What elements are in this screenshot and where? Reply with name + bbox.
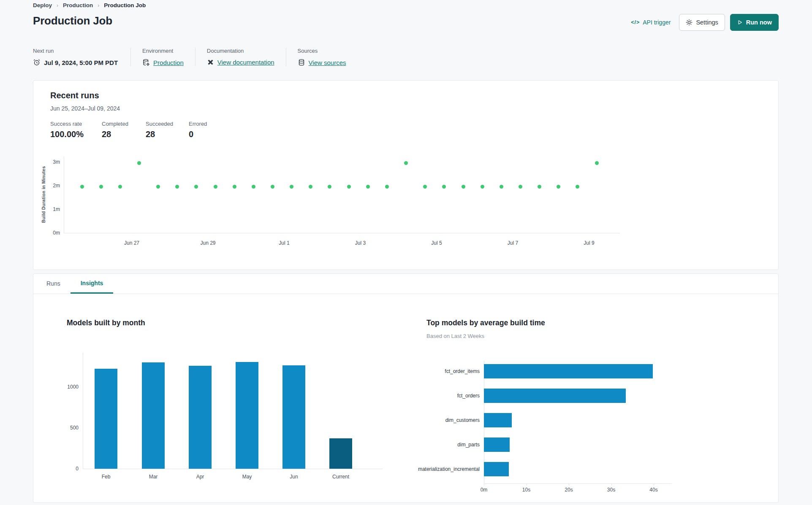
api-trigger-link[interactable]: </> API trigger: [631, 19, 671, 26]
run-dot[interactable]: [118, 185, 122, 189]
tab-bar: Runs Insights: [33, 274, 778, 294]
stat-completed: Completed 28: [102, 121, 146, 139]
run-dot[interactable]: [576, 185, 579, 189]
code-icon: </>: [631, 19, 640, 25]
next-run-group: Next run Jul 9, 2024, 5:00 PM PDT: [33, 48, 130, 66]
y-axis-label: Build Duration in Minutes: [41, 166, 46, 223]
stat-succeeded: Succeeded 28: [146, 121, 189, 139]
run-dot[interactable]: [252, 185, 255, 189]
build-duration-chart: Build Duration in Minutes0m1m2m3mJun 27J…: [33, 151, 778, 256]
tick-mark: [611, 483, 612, 486]
run-dot[interactable]: [290, 185, 293, 189]
settings-button[interactable]: Settings: [679, 14, 725, 31]
run-dot[interactable]: [347, 185, 351, 189]
header-actions: </> API trigger Settings Run now: [631, 14, 779, 31]
run-dot[interactable]: [500, 185, 503, 189]
sources-label: Sources: [298, 48, 346, 54]
date-tick-label: Jul 9: [584, 240, 594, 246]
top-models-chart: fct_order_itemsfct_ordersdim_customersdi…: [33, 294, 778, 503]
documentation-group: Documentation View documentation: [195, 48, 286, 66]
run-dot[interactable]: [156, 185, 160, 189]
x-axis-line: [484, 483, 672, 484]
duration-tick-label: 1m: [33, 206, 60, 212]
tick-mark: [654, 483, 654, 486]
run-dot[interactable]: [80, 185, 84, 189]
recent-runs-stats: Success rate 100.00% Completed 28 Succee…: [50, 121, 227, 139]
view-documentation-link[interactable]: View documentation: [217, 59, 274, 66]
next-run-label: Next run: [33, 48, 118, 54]
sources-group: Sources View sources: [286, 48, 358, 66]
production-job-page: Deploy › Production › Production Job Pro…: [0, 0, 812, 505]
chevron-right-icon: ›: [98, 3, 99, 8]
tick-mark: [484, 483, 484, 486]
view-sources-link[interactable]: View sources: [309, 59, 346, 66]
seconds-tick-label: 0m: [481, 487, 488, 493]
run-dot[interactable]: [99, 185, 103, 189]
duration-tick-label: 3m: [33, 159, 60, 165]
breadcrumb-deploy[interactable]: Deploy: [33, 2, 52, 8]
run-dot[interactable]: [214, 185, 217, 189]
date-tick-label: Jul 5: [431, 240, 442, 246]
run-dot[interactable]: [481, 185, 484, 189]
run-dot[interactable]: [462, 185, 465, 189]
bar-dim_parts[interactable]: [484, 437, 510, 452]
environment-label: Environment: [142, 48, 184, 54]
date-tick-label: Jul 3: [355, 240, 366, 246]
stat-success-rate: Success rate 100.00%: [50, 121, 102, 139]
bar-fct_orders[interactable]: [484, 389, 626, 403]
run-dot[interactable]: [404, 161, 408, 165]
breadcrumb: Deploy › Production › Production Job: [33, 2, 146, 8]
model-label: dim_customers: [370, 417, 480, 423]
run-dot[interactable]: [442, 185, 446, 189]
run-dot[interactable]: [194, 185, 198, 189]
documentation-label: Documentation: [207, 48, 274, 54]
x-axis-line: [64, 233, 620, 233]
chevron-right-icon: ›: [57, 3, 58, 8]
run-dot[interactable]: [366, 185, 370, 189]
run-dot[interactable]: [519, 185, 522, 189]
environment-link[interactable]: Production: [153, 59, 184, 66]
seconds-tick-label: 30s: [607, 487, 615, 493]
insights-card: Runs Insights Models built by month Top …: [33, 273, 779, 503]
job-info-row: Next run Jul 9, 2024, 5:00 PM PDT Enviro…: [33, 48, 358, 66]
gear-icon: [686, 19, 693, 26]
bar-materialization_incremental[interactable]: [484, 462, 509, 476]
run-dot[interactable]: [557, 185, 560, 189]
duration-tick-label: 0m: [33, 230, 60, 236]
run-dot[interactable]: [137, 161, 141, 165]
date-tick-label: Jul 7: [508, 240, 518, 246]
insights-body: Models built by month Top models by aver…: [33, 294, 778, 503]
bar-fct_order_items[interactable]: [484, 364, 653, 378]
tab-runs[interactable]: Runs: [36, 274, 71, 294]
run-dot[interactable]: [538, 185, 541, 189]
play-icon: [737, 19, 743, 25]
tick-mark: [527, 483, 527, 486]
environment-group: Environment Production: [130, 48, 195, 66]
alarm-clock-icon: [33, 59, 41, 66]
breadcrumb-production[interactable]: Production: [63, 2, 93, 8]
run-dot[interactable]: [175, 185, 179, 189]
date-tick-label: Jul 1: [279, 240, 289, 246]
seconds-tick-label: 10s: [522, 487, 530, 493]
model-label: fct_orders: [370, 393, 480, 399]
run-dot[interactable]: [595, 161, 599, 165]
seconds-tick-label: 20s: [565, 487, 573, 493]
api-trigger-label: API trigger: [643, 19, 671, 26]
run-dot[interactable]: [385, 185, 389, 189]
date-tick-label: Jun 27: [124, 240, 139, 246]
database-icon: [298, 59, 305, 66]
bar-dim_customers[interactable]: [484, 413, 512, 427]
run-now-button[interactable]: Run now: [730, 14, 779, 31]
run-dot[interactable]: [233, 185, 236, 189]
breadcrumb-production-job: Production Job: [104, 2, 146, 8]
run-dot[interactable]: [309, 185, 312, 189]
page-title: Production Job: [33, 14, 112, 27]
run-dot[interactable]: [328, 185, 331, 189]
duration-tick-label: 2m: [33, 183, 60, 189]
tab-insights[interactable]: Insights: [71, 274, 114, 294]
date-tick-label: Jun 29: [200, 240, 215, 246]
seconds-tick-label: 40s: [649, 487, 657, 493]
run-dot[interactable]: [423, 185, 427, 189]
run-dot[interactable]: [271, 185, 274, 189]
recent-runs-date-range: Jun 25, 2024–Jul 09, 2024: [50, 105, 120, 112]
